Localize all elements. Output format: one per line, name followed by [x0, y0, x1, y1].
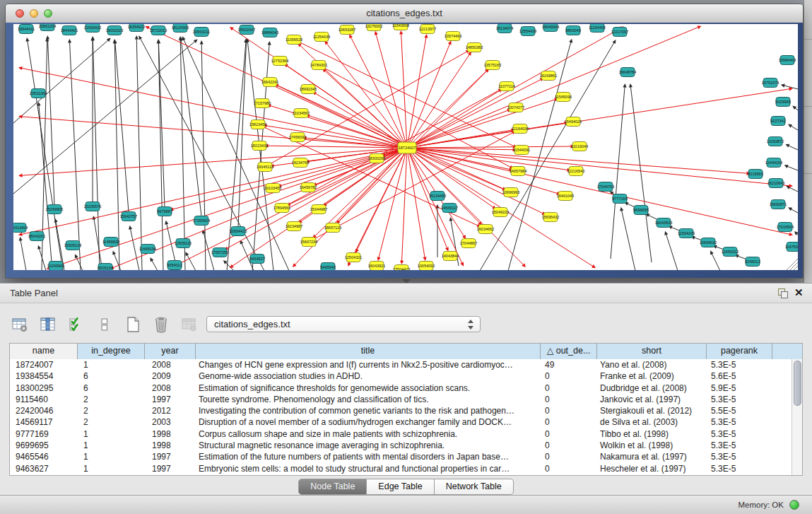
- graph-node-label: 18124300: [172, 25, 189, 30]
- table-cell: 49: [541, 359, 597, 370]
- graph-node-label: 25269905: [46, 207, 63, 211]
- table-cell: Corpus callosum shape and size in male p…: [196, 428, 541, 440]
- scrollbar-thumb[interactable]: [794, 361, 801, 406]
- table-row[interactable]: 911546021997Tourette syndrome. Phenomeno…: [10, 394, 792, 405]
- graph-node-label: 12093872: [767, 139, 784, 144]
- table-cell: 1: [78, 359, 145, 370]
- table-cell: 0: [541, 405, 597, 416]
- graph-node-label: 15692871: [770, 202, 787, 206]
- table-cell: Nakamura et al. (1997): [597, 451, 707, 462]
- edge-arrowhead: [37, 102, 40, 106]
- table-row[interactable]: 1830029562008Estimation of significance …: [10, 382, 792, 394]
- edge-arrowhead: [129, 226, 132, 230]
- delete-table-button[interactable]: [180, 315, 199, 334]
- table-select-value: citations_edges.txt: [214, 319, 290, 329]
- graph-node-label: 9329966: [775, 100, 790, 104]
- select-all-button[interactable]: [66, 315, 86, 334]
- graph-node-label: 14850383: [466, 45, 483, 49]
- graph-node-label: 16456782: [300, 185, 317, 189]
- graph-node-label: 19345112: [257, 165, 273, 169]
- graph-node-label: 21034567: [293, 111, 310, 115]
- attribute-table: namein_degreeyeartitle△ out_de...shortpa…: [9, 343, 803, 476]
- graph-node-label: 8215953: [748, 172, 763, 176]
- graph-node-label: 20553211: [193, 30, 210, 34]
- graph-node-label: 14043844: [442, 254, 459, 258]
- table-cell: 2: [78, 416, 145, 428]
- column-header-title[interactable]: title: [196, 344, 541, 359]
- table-toolbar: f(x): [10, 313, 228, 336]
- table-row[interactable]: 1938455462009Genome-wide association stu…: [10, 370, 792, 382]
- network-canvas-area[interactable]: 1872400711056529127523641664224117157980…: [13, 24, 798, 270]
- graph-edge: [407, 148, 790, 186]
- graph-node-label: 11504209: [678, 231, 695, 235]
- graph-edge: [407, 148, 790, 235]
- edge-arrowhead: [230, 264, 234, 268]
- empty-squares-icon: [100, 317, 110, 332]
- edge-arrowhead: [623, 83, 626, 88]
- column-header-short[interactable]: short: [597, 344, 707, 359]
- table-cell: 5.6E-5: [707, 370, 772, 382]
- graph-node-label: 17957255: [211, 250, 228, 255]
- window-titlebar[interactable]: citations_edges.txt: [6, 4, 803, 23]
- table-row[interactable]: 946362711997Embryonic stem cells: a mode…: [10, 463, 792, 474]
- graph-node-label: 9975887: [157, 209, 172, 214]
- graph-node-label: 17044867: [460, 241, 477, 245]
- tab-network-table[interactable]: Network Table: [435, 479, 514, 495]
- table-cell: Hescheler et al. (1997): [597, 463, 707, 474]
- column-header-pagerank[interactable]: pagerank: [707, 344, 772, 359]
- graph-edge: [136, 38, 142, 270]
- table-row[interactable]: 2242004622012Investigating the contribut…: [10, 405, 792, 416]
- resize-grip[interactable]: [787, 259, 798, 270]
- table-mode-button[interactable]: [10, 315, 30, 334]
- table-cell: Stergiakouli et al. (2012): [597, 405, 707, 416]
- trash-icon: [153, 316, 169, 333]
- graph-node-label: 16649304: [542, 25, 559, 29]
- graph-edge: [789, 187, 798, 192]
- graph-node-label: 15134455: [429, 194, 446, 198]
- table-cell: de Silva et al. (2003): [597, 416, 707, 428]
- table-cell: 2008: [145, 382, 196, 394]
- graph-edge: [787, 166, 798, 170]
- table-cell: 5.9E-5: [707, 382, 772, 394]
- edge-arrowhead: [267, 41, 271, 45]
- float-panel-icon[interactable]: [778, 288, 787, 298]
- create-column-button[interactable]: [123, 315, 143, 334]
- column-header-out_de[interactable]: △ out_de...: [541, 344, 597, 359]
- tab-edge-table[interactable]: Edge Table: [367, 479, 434, 495]
- memory-status-icon[interactable]: [789, 500, 799, 510]
- table-row[interactable]: 946554611997Estimation of the future num…: [10, 451, 792, 462]
- edge-arrowhead: [18, 66, 23, 70]
- table-row[interactable]: 1872400712008Changes of HCN gene express…: [10, 359, 792, 370]
- close-panel-icon[interactable]: ✕: [794, 286, 804, 299]
- column-header-year[interactable]: year: [145, 344, 196, 359]
- deselect-all-button[interactable]: [95, 315, 114, 334]
- table-cell: 0: [541, 370, 597, 382]
- show-columns-button[interactable]: [38, 315, 58, 334]
- graph-edge: [407, 148, 543, 214]
- table-cell: 0: [541, 463, 597, 474]
- column-header-in_degree[interactable]: in_degree: [78, 344, 145, 359]
- network-window: citations_edges.txt 18724007110565291275…: [5, 4, 804, 279]
- table-cell: 22420046: [10, 405, 78, 416]
- graph-node-label: 11544091: [513, 148, 530, 152]
- column-header-name[interactable]: name: [10, 344, 78, 359]
- delete-column-button[interactable]: [151, 315, 171, 334]
- table-gear-icon: [11, 317, 28, 332]
- graph-edge: [611, 86, 625, 259]
- graph-node-label: 11077114: [498, 84, 515, 88]
- graph-edge: [93, 39, 100, 270]
- vertical-scrollbar[interactable]: [792, 359, 802, 475]
- tab-node-table[interactable]: Node Table: [298, 479, 367, 495]
- graph-node-label: 10269905: [47, 264, 64, 268]
- table-select[interactable]: citations_edges.txt: [206, 316, 481, 332]
- table-cell: 9465546: [10, 451, 78, 462]
- table-row[interactable]: 1456911722003Disruption of a novel membe…: [10, 416, 792, 428]
- table-row[interactable]: 969969511998Structural magnetic resonanc…: [10, 440, 792, 451]
- graph-node-label: 19944411: [18, 27, 35, 31]
- edge-arrowhead: [400, 260, 404, 264]
- edge-arrowhead: [165, 221, 168, 225]
- edge-arrowhead: [423, 257, 426, 261]
- table-row[interactable]: 977716911998Corpus callosum shape and si…: [10, 428, 792, 440]
- table-body: 1872400712008Changes of HCN gene express…: [10, 359, 792, 475]
- graph-node-label: 19313404: [13, 226, 28, 230]
